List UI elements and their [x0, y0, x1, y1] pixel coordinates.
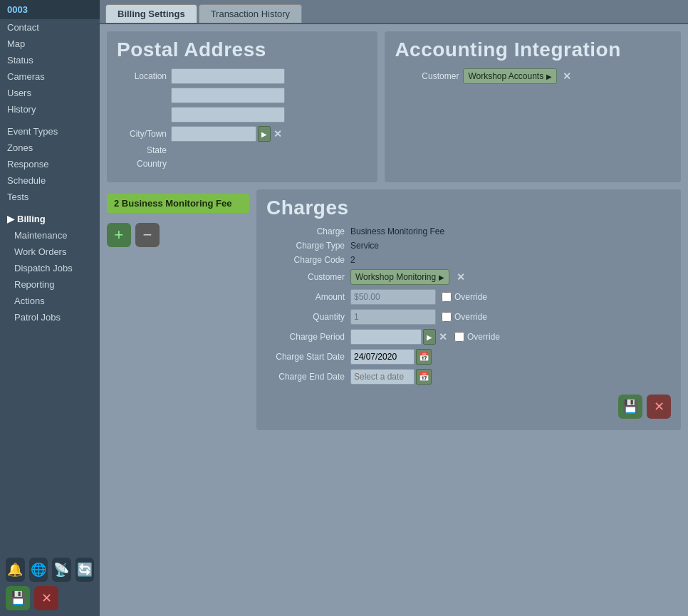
top-section: Postal Address Location City/Town	[107, 31, 681, 182]
start-date-label: Charge Start Date	[266, 352, 345, 362]
charge-code-label: Charge Code	[266, 255, 345, 265]
sidebar: 0003 Contact Map Status Cameras Users Hi…	[0, 0, 100, 616]
charge-name-row: Charge Business Monitoring Fee	[266, 226, 671, 236]
end-date-label: Charge End Date	[266, 372, 345, 382]
close-footer-btn[interactable]: ✕	[34, 586, 58, 610]
sidebar-item-users[interactable]: Users	[0, 85, 100, 101]
charge-list-item-0[interactable]: 2 Business Monitoring Fee	[107, 194, 249, 213]
end-date-input[interactable]	[350, 369, 415, 385]
start-date-calendar-btn[interactable]: 📅	[416, 349, 432, 365]
quantity-override-checkbox[interactable]	[442, 312, 452, 322]
footer-row-top: 🔔 🌐 📡 🔄	[6, 558, 94, 582]
save-charge-btn[interactable]: 💾	[618, 395, 642, 419]
charge-name-value: Business Monitoring Fee	[350, 226, 444, 236]
accounting-customer-value: Workshop Accounts	[468, 71, 543, 81]
amount-input[interactable]	[350, 289, 436, 305]
sidebar-item-cameras[interactable]: Cameras	[0, 68, 100, 85]
citytown-input[interactable]	[171, 126, 256, 142]
citytown-group: ▶ ✕	[171, 126, 283, 142]
sidebar-item-schedule[interactable]: Schedule	[0, 172, 100, 189]
sidebar-item-patrol-jobs[interactable]: Patrol Jobs	[0, 309, 100, 325]
location-row-1: Location	[117, 68, 368, 84]
sidebar-item-dispatch-jobs[interactable]: Dispatch Jobs	[0, 260, 100, 276]
charge-type-row: Charge Type Service	[266, 241, 671, 251]
quantity-label: Quantity	[266, 312, 345, 322]
period-override-group: Override	[454, 332, 500, 342]
accounting-customer-row: Customer Workshop Accounts ▶ ✕	[395, 68, 671, 84]
charge-period-input[interactable]	[350, 329, 422, 345]
country-label: Country	[117, 159, 167, 169]
sidebar-item-reporting[interactable]: Reporting	[0, 276, 100, 293]
location-input-1[interactable]	[171, 68, 285, 84]
refresh-icon-btn[interactable]: 🔄	[75, 558, 95, 582]
start-date-row: Charge Start Date 📅	[266, 349, 671, 365]
location-input-2[interactable]	[171, 88, 285, 103]
sidebar-item-billing[interactable]: ▶ Billing	[0, 211, 100, 227]
tab-bar: Billing Settings Transaction History	[100, 0, 688, 24]
charges-form: Charge Business Monitoring Fee Charge Ty…	[266, 226, 671, 420]
sidebar-item-actions[interactable]: Actions	[0, 293, 100, 309]
accounting-customer-arrow-icon: ▶	[546, 73, 552, 80]
sidebar-item-tests[interactable]: Tests	[0, 189, 100, 205]
accounting-customer-label: Customer	[395, 71, 459, 81]
accounting-customer-clear-btn[interactable]: ✕	[561, 71, 573, 82]
cancel-charge-btn[interactable]: ✕	[647, 395, 671, 419]
sidebar-item-status[interactable]: Status	[0, 52, 100, 68]
citytown-clear-btn[interactable]: ✕	[272, 128, 283, 140]
charge-customer-clear-btn[interactable]: ✕	[455, 271, 467, 283]
charge-customer-row: Customer Workshop Monitoring ▶ ✕	[266, 269, 671, 285]
tab-transaction-history[interactable]: Transaction History	[199, 4, 303, 23]
start-date-input[interactable]	[350, 349, 415, 365]
charge-type-label: Charge Type	[266, 241, 345, 251]
country-row: Country	[117, 159, 368, 169]
charge-customer-label: Customer	[266, 272, 345, 282]
accounting-title: Accounting Integration	[395, 38, 671, 61]
content-area: Postal Address Location City/Town	[100, 24, 688, 616]
period-override-label: Override	[467, 332, 500, 342]
accounting-customer-dropdown[interactable]: Workshop Accounts ▶	[463, 68, 557, 84]
sidebar-account-id: 0003	[0, 0, 100, 19]
sidebar-item-map[interactable]: Map	[0, 36, 100, 52]
end-date-calendar-btn[interactable]: 📅	[416, 369, 432, 385]
sidebar-item-zones[interactable]: Zones	[0, 140, 100, 156]
quantity-input[interactable]	[350, 309, 436, 325]
charge-period-arrow-btn[interactable]: ▶	[423, 329, 436, 345]
location-row-2	[117, 88, 368, 103]
sidebar-item-response[interactable]: Response	[0, 156, 100, 172]
charges-title: Charges	[266, 197, 671, 219]
main-content: Billing Settings Transaction History Pos…	[100, 0, 688, 616]
charge-list-panel: 2 Business Monitoring Fee + −	[107, 189, 249, 430]
quantity-override-group: Override	[442, 312, 487, 322]
add-charge-btn[interactable]: +	[107, 223, 131, 247]
save-footer-btn[interactable]: 💾	[6, 586, 30, 610]
sidebar-item-work-orders[interactable]: Work Orders	[0, 244, 100, 260]
sidebar-item-history[interactable]: History	[0, 101, 100, 118]
end-date-row: Charge End Date 📅	[266, 369, 671, 385]
charge-period-clear-btn[interactable]: ✕	[437, 331, 449, 343]
globe-icon-btn[interactable]: 🌐	[29, 558, 48, 582]
signal-icon-btn[interactable]: 📡	[52, 558, 71, 582]
sidebar-item-contact[interactable]: Contact	[0, 19, 100, 36]
location-input-3[interactable]	[171, 107, 285, 122]
quantity-row: Quantity Override	[266, 309, 671, 325]
sidebar-footer: 🔔 🌐 📡 🔄 💾 ✕	[0, 552, 100, 616]
alarm-icon-btn[interactable]: 🔔	[6, 558, 25, 582]
charge-code-row: Charge Code 2	[266, 255, 671, 265]
remove-charge-btn[interactable]: −	[135, 223, 160, 247]
amount-override-checkbox[interactable]	[442, 292, 452, 302]
charge-name-label: Charge	[266, 226, 345, 236]
charge-customer-value: Workshop Monitoring	[355, 272, 436, 282]
tab-billing-settings[interactable]: Billing Settings	[105, 4, 197, 23]
state-row: State	[117, 145, 368, 155]
amount-override-label: Override	[454, 292, 487, 302]
city-row: City/Town ▶ ✕	[117, 126, 368, 142]
bottom-buttons: + −	[107, 217, 249, 250]
sidebar-item-maintenance[interactable]: Maintenance	[0, 227, 100, 244]
period-override-checkbox[interactable]	[454, 332, 464, 342]
charge-customer-dropdown[interactable]: Workshop Monitoring ▶	[350, 269, 449, 285]
start-date-group: 📅	[350, 349, 432, 365]
charge-period-label: Charge Period	[266, 332, 345, 342]
sidebar-item-event-types[interactable]: Event Types	[0, 123, 100, 140]
citytown-arrow-btn[interactable]: ▶	[258, 126, 271, 142]
footer-row-bottom: 💾 ✕	[6, 586, 94, 610]
